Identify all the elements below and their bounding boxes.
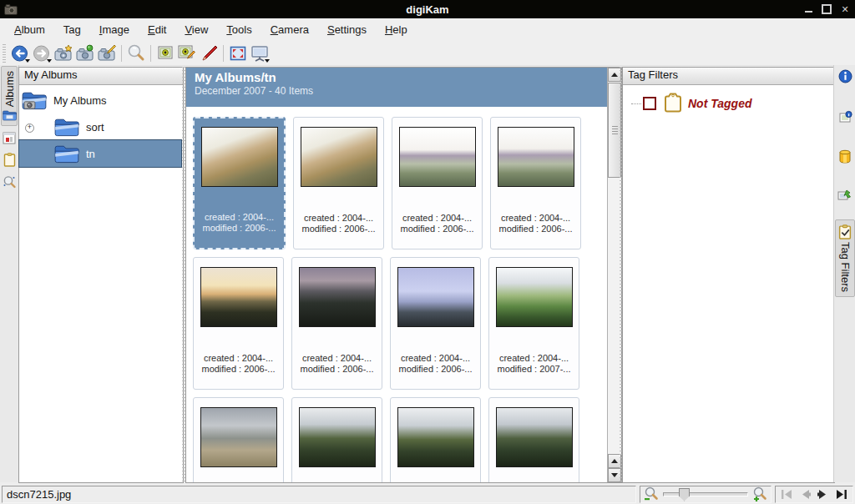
tab-searches[interactable] [0, 171, 18, 194]
menu-tools[interactable]: Tools [217, 20, 261, 39]
tab-dates[interactable] [0, 127, 18, 149]
menu-album[interactable]: Album [5, 20, 54, 39]
tab-colors[interactable] [834, 145, 855, 168]
thumbnail-item[interactable]: created : 2004-... modified : 2006-... [291, 257, 382, 390]
info-icon [838, 69, 852, 83]
menu-view[interactable]: View [175, 20, 217, 39]
thumbnail-item[interactable] [291, 397, 382, 482]
thumbnail-caption: created : 2004-... modified : 2006-... [392, 213, 482, 234]
view-thumbnails-button[interactable] [154, 43, 176, 64]
clipboard-icon [3, 153, 16, 167]
thumbnail-caption: created : 2004-... modified : 2006-... [391, 353, 480, 375]
thumbnail-photo [397, 407, 474, 467]
thumbnail-grid: created : 2004-... modified : 2006-... c… [186, 107, 607, 482]
thumbnail-item[interactable]: created : 2004-... modified : 2006-... [392, 117, 483, 249]
menu-edit[interactable]: Edit [139, 20, 175, 39]
caption-modified: modified : 2006-... [392, 224, 482, 234]
thumbnail-caption: created : 2004-... modified : 2006-... [194, 353, 283, 375]
next-item-icon[interactable] [817, 489, 829, 500]
menu-tag[interactable]: Tag [54, 20, 90, 39]
albums-folder-icon [3, 109, 17, 121]
previous-item-icon[interactable] [799, 489, 812, 500]
fullscreen-icon [229, 44, 247, 63]
tree-item-tn[interactable]: tn [19, 140, 181, 167]
last-item-icon[interactable] [835, 489, 847, 500]
zoom-out-icon[interactable] [644, 486, 659, 501]
thumbnail-photo [496, 407, 573, 467]
metadata-icon [838, 110, 852, 124]
expander-icon[interactable]: + [25, 123, 34, 133]
menu-image[interactable]: Image [90, 20, 139, 39]
new-album-button[interactable] [53, 43, 74, 64]
tab-metadata[interactable] [834, 106, 855, 129]
thumbnail-caption: created : 2004-... modified : 2006-... [292, 353, 382, 375]
searches-magnifier-icon [3, 175, 17, 189]
maximize-button[interactable] [822, 4, 832, 14]
thumbnail-item[interactable]: created : 2004-... modified : 2006-... [193, 257, 284, 390]
thumbnail-item[interactable] [488, 397, 579, 482]
tab-tag-filters-label: Tag Filters [839, 242, 852, 292]
zoom-slider[interactable] [663, 492, 748, 496]
toolbar [0, 41, 855, 66]
fullscreen-button[interactable] [227, 43, 249, 64]
forward-button[interactable] [31, 43, 53, 64]
close-button[interactable]: ✕ [840, 4, 850, 14]
thumbnail-caption: created : 2004-... modified : 2006-... [294, 213, 383, 234]
toolbar-separator [223, 45, 224, 62]
menu-camera[interactable]: Camera [261, 20, 318, 39]
tag-filters-header: Tag Filters [623, 68, 834, 85]
thumbnail-item[interactable]: created : 2004-... modified : 2006-... [490, 117, 581, 249]
tab-tag-filters[interactable]: Tag Filters [835, 219, 855, 297]
tab-properties[interactable] [834, 65, 855, 88]
statusbar-filename: dscn7215.jpg [2, 486, 636, 503]
thumbnail-photo [397, 267, 474, 327]
tree-item-sort[interactable]: + sort [19, 113, 183, 140]
first-item-icon[interactable] [781, 489, 793, 500]
image-editor-button[interactable] [198, 43, 220, 64]
toolbar-handle[interactable] [3, 44, 6, 63]
thumbnail-item[interactable]: created : 2004-... modified : 2006-... [390, 257, 481, 390]
menu-help[interactable]: Help [376, 20, 417, 39]
main-album-view: My Albums/tn December 2007 - 40 Items cr… [185, 67, 622, 483]
quick-search-button[interactable] [125, 43, 147, 64]
forward-dropdown-caret [47, 59, 52, 63]
album-title: My Albums/tn [195, 70, 599, 84]
toolbar-separator [121, 45, 122, 62]
add-images-button[interactable] [74, 43, 96, 64]
tab-tags[interactable] [0, 149, 18, 171]
caption-created: created : 2004-... [489, 353, 579, 364]
caption-modified: modified : 2006-... [292, 364, 382, 375]
arrow-down-icon [611, 473, 618, 477]
caption-modified: modified : 2007-... [489, 364, 579, 375]
thumbnail-item[interactable] [193, 397, 284, 482]
thumbnail-item[interactable]: created : 2004-... modified : 2006-... [193, 117, 286, 249]
caption-modified: modified : 2006-... [194, 364, 283, 375]
albums-tree: My Albums + sort tn [19, 85, 183, 167]
zoom-in-icon[interactable] [752, 486, 767, 501]
albums-panel: My Albums My Albums + [18, 67, 184, 483]
tag-filter-item-not-tagged[interactable]: Not Tagged [643, 93, 834, 114]
thumbnail-item[interactable] [390, 397, 481, 482]
caption-created: created : 2004-... [491, 213, 580, 224]
thumbnail-item[interactable]: created : 2004-... modified : 2006-... [293, 117, 384, 249]
slideshow-button[interactable] [249, 43, 271, 64]
thumbnail-item[interactable]: created : 2004-... modified : 2007-... [488, 257, 579, 390]
back-button[interactable] [9, 43, 31, 64]
album-banner: My Albums/tn December 2007 - 40 Items [186, 68, 607, 107]
zoom-slider-thumb[interactable] [679, 488, 690, 501]
minimize-button[interactable] [803, 4, 813, 14]
arrow-up-icon [611, 73, 618, 77]
caption-modified: modified : 2006-... [294, 224, 383, 234]
album-properties-button[interactable] [96, 43, 118, 64]
edit-captions-button[interactable] [176, 43, 198, 64]
tree-item-my-albums[interactable]: My Albums [19, 87, 183, 113]
caption-modified: modified : 2006-... [195, 223, 284, 234]
arrow-up-icon [611, 459, 618, 463]
menu-settings[interactable]: Settings [318, 20, 376, 39]
thumbnail-caption: created : 2004-... modified : 2007-... [489, 353, 579, 375]
tab-geolocation[interactable] [834, 184, 855, 206]
not-tagged-checkbox[interactable] [643, 97, 656, 110]
folder-icon [54, 117, 79, 137]
tab-albums[interactable]: Albums [1, 66, 18, 126]
thumbnail-photo [200, 267, 277, 327]
